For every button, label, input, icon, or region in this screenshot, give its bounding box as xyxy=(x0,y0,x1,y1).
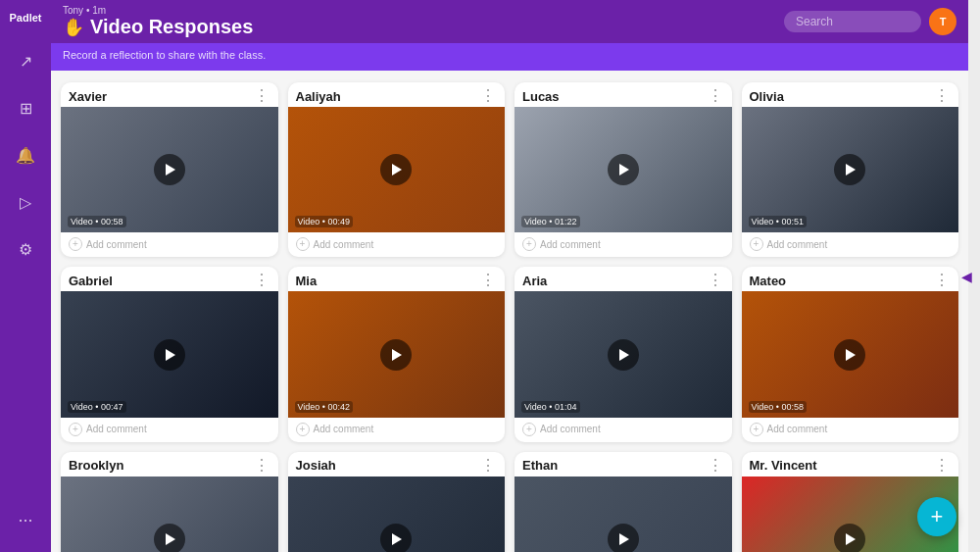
card-header: Mia ⋮ xyxy=(288,267,506,291)
video-thumbnail[interactable]: Video • 00:45 xyxy=(514,477,732,552)
add-comment-label: Add comment xyxy=(767,424,828,434)
topbar-left: Tony • 1m ✋ Video Responses xyxy=(63,5,253,38)
more-options-icon[interactable]: ··· xyxy=(18,510,32,530)
hand-icon: ✋ xyxy=(63,17,84,38)
play-button[interactable] xyxy=(154,524,185,552)
card-menu-icon[interactable]: ⋮ xyxy=(480,88,497,104)
gear-icon[interactable]: ⚙ xyxy=(12,235,39,263)
card-header: Brooklyn ⋮ xyxy=(61,452,278,477)
app-logo: Padlet xyxy=(9,12,41,24)
video-card: Gabriel ⋮ Video • 00:47 + Add comment xyxy=(61,267,278,441)
video-thumbnail[interactable]: Video • 00:47 xyxy=(61,291,278,417)
video-thumbnail[interactable]: Video • 00:58 xyxy=(742,291,959,417)
video-card: Aria ⋮ Video • 01:04 + Add comment xyxy=(514,267,732,441)
card-menu-icon[interactable]: ⋮ xyxy=(708,273,724,288)
video-card: Mateo ⋮ Video • 00:58 + Add comment xyxy=(742,267,959,441)
card-menu-icon[interactable]: ⋮ xyxy=(934,88,951,104)
subtitle-text: Record a reflection to share with the cl… xyxy=(63,49,266,61)
add-comment-label: Add comment xyxy=(540,239,601,250)
card-menu-icon[interactable]: ⋮ xyxy=(254,88,270,104)
add-comment-label: Add comment xyxy=(767,239,828,250)
video-thumbnail[interactable]: Video • 00:42 xyxy=(288,291,506,417)
share-icon[interactable]: ↗ xyxy=(12,47,39,75)
card-menu-icon[interactable]: ⋮ xyxy=(480,273,497,288)
add-comment-icon: + xyxy=(750,423,763,436)
card-header: Xavier ⋮ xyxy=(61,82,278,107)
card-footer: + Add comment xyxy=(742,418,959,442)
card-footer: + Add comment xyxy=(288,232,506,257)
student-name: Gabriel xyxy=(69,274,113,288)
play-button[interactable] xyxy=(834,524,865,552)
add-comment-icon: + xyxy=(522,423,536,436)
card-menu-icon[interactable]: ⋮ xyxy=(934,273,951,288)
topbar-right: T xyxy=(784,8,956,35)
card-header: Olivia ⋮ xyxy=(742,82,959,107)
layout-icon[interactable]: ⊞ xyxy=(12,94,39,122)
title-text: Video Responses xyxy=(90,16,253,38)
video-thumbnail[interactable]: Video • 00:53 xyxy=(61,477,278,552)
add-comment-button[interactable]: + Add comment xyxy=(750,237,952,251)
avatar[interactable]: T xyxy=(929,8,956,35)
video-card: Mia ⋮ Video • 00:42 + Add comment xyxy=(288,267,506,441)
play-button[interactable] xyxy=(380,154,412,185)
card-menu-icon[interactable]: ⋮ xyxy=(934,458,951,474)
add-comment-label: Add comment xyxy=(314,239,374,250)
video-thumbnail[interactable]: Video • 00:49 xyxy=(288,107,506,232)
add-comment-button[interactable]: + Add comment xyxy=(522,237,724,251)
video-card: Olivia ⋮ Video • 00:51 + Add comment xyxy=(742,82,959,257)
play-button[interactable] xyxy=(834,154,865,185)
play-button[interactable] xyxy=(834,339,865,371)
card-menu-icon[interactable]: ⋮ xyxy=(480,458,497,474)
play-button[interactable] xyxy=(380,339,412,371)
video-thumbnail[interactable]: Video • 00:51 xyxy=(742,107,959,232)
content-area: Xavier ⋮ Video • 00:58 + Add comment Aal… xyxy=(51,71,968,552)
add-comment-label: Add comment xyxy=(540,424,601,434)
student-name: Mr. Vincent xyxy=(750,458,817,473)
add-comment-button[interactable]: + Add comment xyxy=(296,237,498,251)
left-sidebar: Padlet ↗ ⊞ 🔔 ▷ ⚙ ··· xyxy=(0,0,51,552)
bell-icon[interactable]: 🔔 xyxy=(12,141,39,169)
play-button[interactable] xyxy=(154,339,185,371)
add-comment-button[interactable]: + Add comment xyxy=(522,423,724,436)
student-name: Mateo xyxy=(750,274,787,288)
card-header: Mr. Vincent ⋮ xyxy=(742,452,959,477)
card-header: Ethan ⋮ xyxy=(514,452,732,477)
card-menu-icon[interactable]: ⋮ xyxy=(254,458,270,474)
add-comment-button[interactable]: + Add comment xyxy=(296,423,498,436)
video-thumbnail[interactable]: Video • 01:04 xyxy=(514,291,732,417)
video-duration: Video • 01:22 xyxy=(521,216,580,227)
add-comment-button[interactable]: + Add comment xyxy=(750,423,952,436)
card-footer: + Add comment xyxy=(742,232,959,257)
play-circle-icon[interactable]: ▷ xyxy=(12,188,39,216)
student-name: Ethan xyxy=(522,458,558,473)
card-menu-icon[interactable]: ⋮ xyxy=(708,88,724,104)
student-name: Aaliyah xyxy=(296,89,341,104)
card-menu-icon[interactable]: ⋮ xyxy=(708,458,724,474)
collapse-arrow-icon[interactable]: ◀ xyxy=(961,269,972,284)
play-button[interactable] xyxy=(608,339,639,371)
play-button[interactable] xyxy=(608,524,639,552)
video-card: Xavier ⋮ Video • 00:58 + Add comment xyxy=(61,82,278,257)
video-thumbnail[interactable]: Video • 00:58 xyxy=(61,107,278,232)
video-thumbnail[interactable]: Video • 01:10 xyxy=(288,477,506,552)
card-header: Aria ⋮ xyxy=(514,267,732,291)
add-comment-icon: + xyxy=(296,423,310,436)
add-comment-button[interactable]: + Add comment xyxy=(69,237,270,251)
search-input[interactable] xyxy=(784,11,921,32)
post-meta: Tony • 1m xyxy=(63,5,253,16)
video-duration: Video • 00:58 xyxy=(68,216,126,227)
video-card: Ethan ⋮ Video • 00:45 + Add comment xyxy=(514,452,732,552)
card-menu-icon[interactable]: ⋮ xyxy=(254,273,270,288)
play-button[interactable] xyxy=(608,154,639,185)
subtitle-bar: Record a reflection to share with the cl… xyxy=(51,43,968,71)
add-fab-button[interactable]: + xyxy=(917,497,956,536)
card-header: Josiah ⋮ xyxy=(288,452,506,477)
play-button[interactable] xyxy=(380,524,412,552)
add-comment-icon: + xyxy=(69,423,82,436)
video-thumbnail[interactable]: Video • 01:22 xyxy=(514,107,732,232)
play-button[interactable] xyxy=(154,154,185,185)
video-duration: Video • 00:47 xyxy=(68,401,126,413)
add-comment-button[interactable]: + Add comment xyxy=(69,423,270,436)
video-duration: Video • 01:04 xyxy=(521,401,580,413)
add-comment-icon: + xyxy=(750,237,763,251)
